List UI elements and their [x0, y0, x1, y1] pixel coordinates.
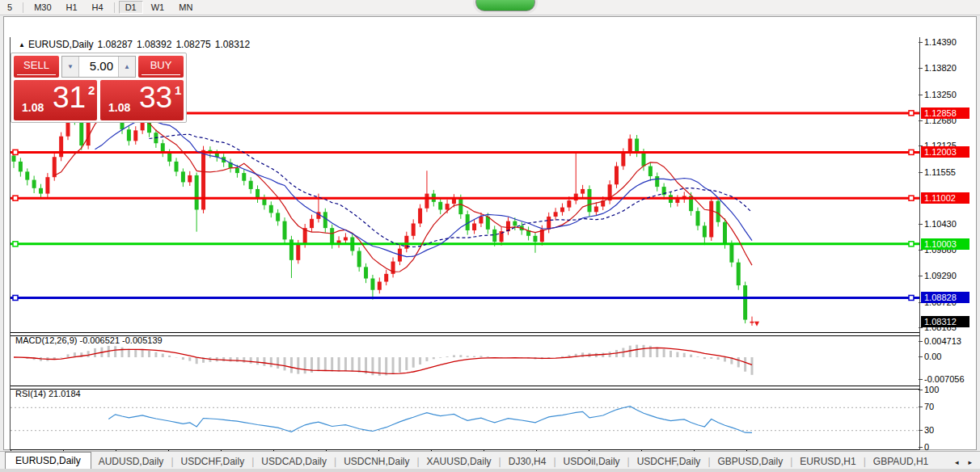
rsi-tick: 30 [924, 425, 934, 436]
tab-scroll-arrows: ◂▸ [955, 458, 972, 470]
chart-tab-gbpaud-h1[interactable]: GBPAUD,H1 [866, 453, 936, 470]
volume-value[interactable]: 5.00 [79, 57, 118, 77]
chart-title: ▲EURUSD,Daily1.082871.083921.082751.0831… [19, 39, 254, 50]
chart-symbol: EURUSD,Daily [28, 39, 94, 50]
macd-tick: -0.007056 [924, 374, 965, 385]
rsi-label: RSI(14) 21.0184 [15, 389, 81, 398]
sell-price-small: 1.08 [22, 101, 44, 114]
ohlc-close: 1.08312 [215, 39, 250, 50]
ohlc-low: 1.08275 [175, 39, 210, 50]
green-status-button[interactable] [475, 0, 535, 11]
price-level-badge: 1.10003 [921, 238, 969, 250]
chart-tab-dj30-h4[interactable]: DJ30,H4 [501, 453, 554, 470]
macd-tick: 0.004713 [924, 336, 961, 347]
rsi-tick: 70 [924, 402, 934, 412]
price-tick: 1.11555 [924, 167, 956, 178]
timeframe-button-h1[interactable]: H1 [60, 1, 84, 14]
chart-tab-gbpusd-daily[interactable]: GBPUSD,Daily [711, 453, 791, 470]
timeframe-button-5[interactable]: 5 [1, 1, 19, 14]
macd-label: MACD(12,26,9) -0.006521 -0.005139 [15, 335, 163, 345]
chart-tab-usdcnh-daily[interactable]: USDCNH,Daily [336, 453, 416, 470]
price-level-badge: 1.12003 [921, 146, 969, 158]
sell-price-big: 31 [53, 81, 86, 115]
chart-tab-bar: EURUSD,DailyAUDUSD,Daily|USDCHF,Daily|US… [0, 451, 980, 470]
price-level-badge: 1.08828 [921, 292, 969, 303]
sell-button[interactable]: SELL [14, 56, 59, 78]
macd-tick: 0.00 [924, 352, 941, 362]
buy-price-big: 33 [139, 81, 172, 115]
volume-spinner: ▼ 5.00 ▲ [61, 56, 136, 78]
price-axis-line [919, 37, 920, 450]
price-tick: 1.09290 [924, 271, 957, 281]
price-level-badge: 1.12858 [921, 107, 969, 119]
ohlc-high: 1.08392 [137, 39, 171, 50]
buy-price-sup: 1 [175, 83, 181, 97]
chart-tab-usdoil-daily[interactable]: USDOil,Daily [556, 453, 627, 470]
chart-window: ▲EURUSD,Daily1.082871.083921.082751.0831… [3, 16, 977, 450]
tab-scroll-left-icon[interactable]: ◂ [955, 458, 959, 466]
timeframe-button-h4[interactable]: H4 [86, 1, 110, 14]
current-price-badge: 1.08312 [921, 316, 969, 327]
sell-price-box[interactable]: 1.08 31 2 [14, 80, 97, 120]
chart-tab-audusd-daily[interactable]: AUDUSD,Daily [91, 453, 171, 470]
chart-tab-usdchf-daily[interactable]: USDCHF,Daily [174, 453, 252, 470]
buy-price-small: 1.08 [108, 101, 130, 114]
price-tick: 1.10430 [924, 219, 957, 230]
price-tick: 1.13250 [924, 90, 957, 100]
chart-tab-eurusd-daily[interactable]: EURUSD,Daily [5, 452, 91, 470]
tab-scroll-right-icon[interactable]: ▸ [968, 458, 972, 466]
ohlc-open: 1.08287 [98, 39, 133, 50]
timeframe-button-m30[interactable]: M30 [27, 1, 57, 14]
rsi-indicator-chart[interactable] [11, 388, 919, 450]
triangle-icon: ▲ [19, 41, 25, 48]
timeframe-button-w1[interactable]: W1 [145, 1, 171, 14]
chart-tab-xauusd-daily[interactable]: XAUUSD,Daily [420, 453, 499, 470]
buy-button[interactable]: BUY [138, 56, 184, 78]
chart-tab-usdcad-daily[interactable]: USDCAD,Daily [254, 453, 334, 470]
rsi-tick: 100 [924, 385, 939, 395]
timeframe-button-d1[interactable]: D1 [119, 1, 143, 14]
buy-price-box[interactable]: 1.08 33 1 [100, 80, 184, 120]
toolbar-separator [114, 2, 115, 13]
price-tick: 1.13820 [924, 63, 957, 74]
price-level-badge: 1.11002 [921, 192, 969, 204]
sell-price-sup: 2 [88, 83, 95, 97]
timeframe-button-mn[interactable]: MN [172, 1, 199, 14]
price-tick: 1.14390 [924, 37, 957, 48]
chart-tab-usdchf-daily[interactable]: USDCHF,Daily [630, 453, 708, 470]
status-strip [0, 469, 980, 472]
toolbar-separator [23, 2, 23, 13]
volume-increase-button[interactable]: ▲ [118, 57, 135, 77]
volume-decrease-button[interactable]: ▼ [62, 57, 79, 77]
chart-tab-eurusd-h1[interactable]: EURUSD,H1 [792, 453, 863, 470]
one-click-trade-panel: SELL ▼ 5.00 ▲ BUY 1.08 31 2 1.08 33 1 [11, 53, 187, 123]
